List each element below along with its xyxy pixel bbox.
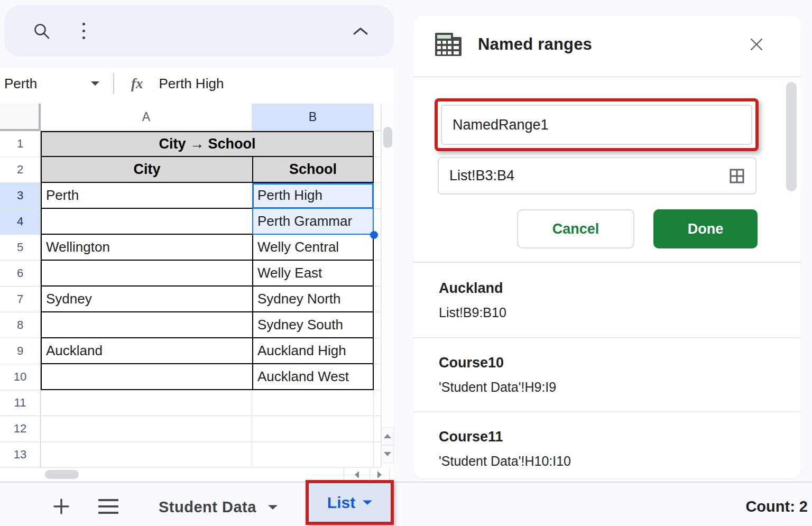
panel-header: Named ranges	[435, 30, 780, 59]
tab-list-dropdown-icon[interactable]	[363, 500, 372, 504]
named-range-reference: 'Student Data'!H9:I9	[439, 380, 769, 395]
row-header-3[interactable]: 3	[0, 183, 41, 209]
grid-sliver	[374, 261, 381, 287]
tab-student-data[interactable]: Student Data	[159, 495, 278, 519]
cell-b7[interactable]: Sydney North	[252, 287, 374, 312]
cell-b3-active[interactable]: Perth High	[252, 183, 374, 209]
row-header-6[interactable]: 6	[0, 261, 41, 287]
panel-scrollbar-thumb[interactable]	[786, 82, 797, 191]
row-header-1[interactable]: 1	[0, 131, 41, 157]
cell-b5[interactable]: Welly Central	[252, 235, 374, 261]
cell-b13[interactable]	[252, 442, 374, 468]
panel-divider	[413, 262, 801, 263]
cell-b11[interactable]	[252, 390, 374, 416]
horizontal-scrollbar-thumb[interactable]	[45, 470, 79, 479]
collapse-toolbar-icon[interactable]	[347, 5, 374, 57]
quick-toolbar	[4, 5, 394, 57]
select-data-range-icon[interactable]	[729, 168, 745, 184]
grid-sliver	[374, 131, 381, 157]
cell-a3[interactable]: Perth	[41, 183, 252, 209]
cell-a10[interactable]	[41, 364, 252, 390]
row-header-4[interactable]: 4	[0, 209, 41, 235]
tab-student-data-dropdown-icon[interactable]	[268, 505, 278, 509]
scroll-down-button[interactable]	[381, 445, 394, 463]
row-header-11[interactable]: 11	[0, 390, 41, 416]
column-header-a[interactable]: A	[41, 104, 252, 131]
cell-a7[interactable]: Sydney	[41, 287, 252, 312]
row-header-2[interactable]: 2	[0, 157, 41, 183]
grid-row-5: 5 Wellington Welly Central	[0, 235, 394, 261]
grid-sliver	[374, 312, 381, 338]
done-button[interactable]: Done	[653, 209, 758, 248]
vertical-scrollbar-track[interactable]	[381, 104, 394, 481]
cell-b4-selected[interactable]: Perth Grammar	[252, 209, 374, 235]
formula-bar-value[interactable]: Perth High	[159, 76, 224, 92]
row-header-8[interactable]: 8	[0, 312, 41, 338]
cell-a4[interactable]	[41, 209, 252, 235]
row-header-10[interactable]: 10	[0, 364, 41, 390]
status-count[interactable]: Count: 2	[687, 496, 808, 517]
cancel-button[interactable]: Cancel	[517, 209, 634, 248]
range-reference-input[interactable]: List!B3:B4	[438, 157, 756, 195]
grid-row-10: 10 Auckland West	[0, 364, 394, 390]
cell-a13[interactable]	[41, 442, 252, 468]
formula-bar-zone: Perth fx Perth High	[0, 68, 394, 104]
select-all-corner[interactable]	[0, 104, 41, 131]
grid-sliver	[374, 442, 381, 468]
all-sheets-menu-icon[interactable]	[98, 499, 118, 514]
cell-a11[interactable]	[41, 390, 252, 416]
range-name-input[interactable]: NamedRange1	[441, 105, 752, 145]
cell-a9[interactable]: Auckland	[41, 338, 252, 364]
panel-divider	[413, 76, 801, 77]
grid-row-7: 7 Sydney Sydney North	[0, 287, 394, 312]
column-headers: A B	[0, 104, 394, 131]
scroll-left-icon	[355, 471, 359, 478]
row-header-9[interactable]: 9	[0, 338, 41, 364]
cell-a8[interactable]	[41, 312, 252, 338]
named-range-reference: List!B9:B10	[439, 305, 769, 320]
cell-a5[interactable]: Wellington	[41, 235, 252, 261]
tab-list-annotated[interactable]: List	[306, 480, 394, 525]
scroll-right-icon	[377, 471, 382, 478]
grid-sliver	[374, 157, 381, 183]
cell-b10[interactable]: Auckland West	[252, 364, 374, 390]
named-range-name: Course10	[439, 355, 769, 371]
named-range-entry-auckland[interactable]: Auckland List!B9:B10	[439, 280, 769, 320]
row-header-12[interactable]: 12	[0, 416, 41, 442]
fill-handle[interactable]	[370, 231, 378, 239]
cell-a2[interactable]: City	[41, 157, 252, 183]
scroll-left-button[interactable]	[344, 468, 370, 481]
scroll-up-button[interactable]	[381, 427, 394, 445]
named-ranges-panel: Named ranges NamedRange1 List!B3:B4 Canc…	[413, 16, 801, 478]
cell-b6[interactable]: Welly East	[252, 261, 374, 287]
name-box-dropdown-icon[interactable]	[91, 81, 99, 86]
cell-b9[interactable]: Auckland High	[252, 338, 374, 364]
grid-row-8: 8 Sydney South	[0, 312, 394, 338]
grid-row-9: 9 Auckland Auckland High	[0, 338, 394, 364]
grid-row-13: 13	[0, 442, 394, 468]
named-range-reference: 'Student Data'!H10:I10	[439, 454, 769, 469]
grid-sliver	[374, 183, 381, 209]
cell-b8[interactable]: Sydney South	[252, 312, 374, 338]
cell-a1-merged-title[interactable]: City → School	[41, 131, 374, 157]
grid-sliver	[374, 390, 381, 416]
cell-a6[interactable]	[41, 261, 252, 287]
row-header-5[interactable]: 5	[0, 235, 41, 261]
close-panel-button[interactable]	[746, 34, 767, 55]
cell-b12[interactable]	[252, 416, 374, 442]
row-header-7[interactable]: 7	[0, 287, 41, 312]
scroll-right-button[interactable]	[370, 468, 390, 481]
more-options-icon[interactable]	[71, 5, 96, 57]
column-header-b[interactable]: B	[252, 104, 374, 131]
named-range-entry-course10[interactable]: Course10 'Student Data'!H9:I9	[439, 355, 769, 395]
search-icon[interactable]	[26, 5, 57, 57]
name-box[interactable]: Perth	[0, 76, 113, 92]
row-header-13[interactable]: 13	[0, 442, 41, 468]
vertical-scrollbar-thumb[interactable]	[383, 127, 392, 148]
named-range-entry-course11[interactable]: Course11 'Student Data'!H10:I10	[439, 429, 769, 469]
cell-a12[interactable]	[41, 416, 252, 442]
add-sheet-button[interactable]	[51, 496, 72, 517]
grid-row-2: 2 City School	[0, 157, 394, 183]
panel-title: Named ranges	[478, 35, 592, 54]
cell-b2[interactable]: School	[252, 157, 374, 183]
